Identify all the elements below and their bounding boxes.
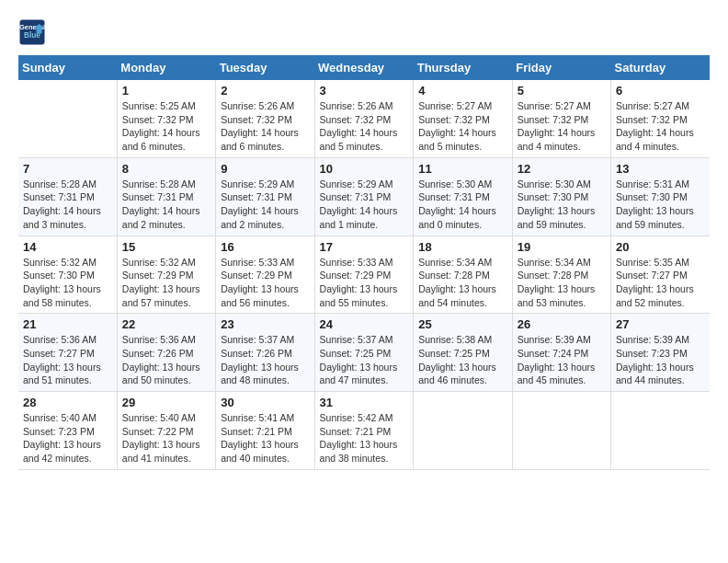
calendar-cell: 7Sunrise: 5:28 AMSunset: 7:31 PMDaylight…: [18, 157, 117, 236]
day-info: Sunrise: 5:30 AMSunset: 7:31 PMDaylight:…: [418, 178, 506, 232]
logo-icon: General Blue: [18, 18, 46, 46]
day-number: 30: [221, 396, 309, 409]
calendar-cell: 26Sunrise: 5:39 AMSunset: 7:24 PMDayligh…: [512, 314, 610, 392]
calendar-cell: 29Sunrise: 5:40 AMSunset: 7:22 PMDayligh…: [117, 392, 215, 470]
day-info: Sunrise: 5:39 AMSunset: 7:24 PMDaylight:…: [518, 333, 606, 387]
calendar-cell: 31Sunrise: 5:42 AMSunset: 7:21 PMDayligh…: [314, 392, 414, 470]
calendar-table: SundayMondayTuesdayWednesdayThursdayFrid…: [18, 55, 710, 470]
day-info: Sunrise: 5:37 AMSunset: 7:26 PMDaylight:…: [221, 333, 309, 387]
calendar-cell: 24Sunrise: 5:37 AMSunset: 7:25 PMDayligh…: [314, 314, 414, 392]
day-number: 26: [518, 317, 606, 331]
day-info: Sunrise: 5:40 AMSunset: 7:23 PMDaylight:…: [23, 411, 112, 465]
calendar-cell: 12Sunrise: 5:30 AMSunset: 7:30 PMDayligh…: [512, 157, 610, 236]
calendar-cell: 17Sunrise: 5:33 AMSunset: 7:29 PMDayligh…: [314, 236, 414, 314]
day-number: 5: [518, 84, 606, 98]
day-info: Sunrise: 5:40 AMSunset: 7:22 PMDaylight:…: [122, 411, 210, 465]
week-row-5: 28Sunrise: 5:40 AMSunset: 7:23 PMDayligh…: [18, 392, 710, 470]
calendar-cell: 13Sunrise: 5:31 AMSunset: 7:30 PMDayligh…: [611, 157, 711, 236]
day-info: Sunrise: 5:29 AMSunset: 7:31 PMDaylight:…: [320, 178, 409, 232]
day-info: Sunrise: 5:27 AMSunset: 7:32 PMDaylight:…: [518, 99, 606, 154]
calendar-cell: 16Sunrise: 5:33 AMSunset: 7:29 PMDayligh…: [216, 236, 314, 314]
column-header-friday: Friday: [512, 55, 610, 80]
day-number: 4: [418, 84, 506, 98]
calendar-cell: 21Sunrise: 5:36 AMSunset: 7:27 PMDayligh…: [18, 314, 117, 392]
calendar-cell: 3Sunrise: 5:26 AMSunset: 7:32 PMDaylight…: [314, 80, 414, 157]
day-number: 28: [23, 396, 112, 409]
day-number: 29: [122, 396, 210, 409]
column-header-monday: Monday: [117, 55, 215, 80]
day-info: Sunrise: 5:28 AMSunset: 7:31 PMDaylight:…: [122, 178, 210, 232]
day-info: Sunrise: 5:31 AMSunset: 7:30 PMDaylight:…: [616, 178, 705, 232]
day-number: 24: [320, 317, 409, 331]
day-number: 8: [122, 162, 210, 176]
logo: General Blue: [18, 18, 50, 46]
calendar-cell: 19Sunrise: 5:34 AMSunset: 7:28 PMDayligh…: [512, 236, 610, 314]
day-number: 7: [23, 162, 112, 176]
day-number: 16: [221, 240, 309, 254]
calendar-cell: [611, 392, 711, 470]
calendar-cell: 15Sunrise: 5:32 AMSunset: 7:29 PMDayligh…: [117, 236, 215, 314]
day-info: Sunrise: 5:42 AMSunset: 7:21 PMDaylight:…: [320, 411, 409, 465]
day-number: 17: [320, 240, 409, 254]
day-info: Sunrise: 5:36 AMSunset: 7:26 PMDaylight:…: [122, 333, 210, 387]
calendar-cell: 9Sunrise: 5:29 AMSunset: 7:31 PMDaylight…: [216, 157, 314, 236]
column-header-thursday: Thursday: [414, 55, 512, 80]
day-info: Sunrise: 5:32 AMSunset: 7:30 PMDaylight:…: [23, 256, 112, 310]
calendar-cell: 30Sunrise: 5:41 AMSunset: 7:21 PMDayligh…: [216, 392, 314, 470]
day-info: Sunrise: 5:27 AMSunset: 7:32 PMDaylight:…: [616, 99, 705, 154]
day-number: 6: [616, 84, 705, 98]
column-header-sunday: Sunday: [18, 55, 117, 80]
day-info: Sunrise: 5:34 AMSunset: 7:28 PMDaylight:…: [418, 256, 506, 310]
calendar-cell: 10Sunrise: 5:29 AMSunset: 7:31 PMDayligh…: [314, 157, 414, 236]
calendar-cell: 8Sunrise: 5:28 AMSunset: 7:31 PMDaylight…: [117, 157, 215, 236]
day-info: Sunrise: 5:27 AMSunset: 7:32 PMDaylight:…: [418, 99, 506, 154]
day-info: Sunrise: 5:41 AMSunset: 7:21 PMDaylight:…: [221, 411, 309, 465]
day-number: 11: [418, 162, 506, 176]
day-number: 22: [122, 317, 210, 331]
day-info: Sunrise: 5:38 AMSunset: 7:25 PMDaylight:…: [418, 333, 506, 387]
day-number: 27: [616, 317, 705, 331]
calendar-cell: 2Sunrise: 5:26 AMSunset: 7:32 PMDaylight…: [216, 80, 314, 157]
day-info: Sunrise: 5:25 AMSunset: 7:32 PMDaylight:…: [122, 99, 210, 154]
day-number: 31: [320, 396, 409, 409]
day-number: 1: [122, 84, 210, 98]
calendar-cell: 6Sunrise: 5:27 AMSunset: 7:32 PMDaylight…: [611, 80, 711, 157]
day-info: Sunrise: 5:26 AMSunset: 7:32 PMDaylight:…: [320, 99, 409, 154]
week-row-2: 7Sunrise: 5:28 AMSunset: 7:31 PMDaylight…: [18, 157, 710, 236]
day-info: Sunrise: 5:33 AMSunset: 7:29 PMDaylight:…: [221, 256, 309, 310]
day-number: 14: [23, 240, 112, 254]
calendar-cell: [512, 392, 610, 470]
day-number: 13: [616, 162, 705, 176]
week-row-4: 21Sunrise: 5:36 AMSunset: 7:27 PMDayligh…: [18, 314, 710, 392]
day-number: 20: [616, 240, 705, 254]
calendar-cell: [414, 392, 512, 470]
column-header-wednesday: Wednesday: [314, 55, 414, 80]
day-number: 19: [518, 240, 606, 254]
day-number: 18: [418, 240, 506, 254]
day-number: 2: [221, 84, 309, 98]
day-number: 3: [320, 84, 409, 98]
calendar-cell: 1Sunrise: 5:25 AMSunset: 7:32 PMDaylight…: [117, 80, 215, 157]
day-info: Sunrise: 5:26 AMSunset: 7:32 PMDaylight:…: [221, 99, 309, 154]
day-number: 23: [221, 317, 309, 331]
day-number: 15: [122, 240, 210, 254]
calendar-cell: 4Sunrise: 5:27 AMSunset: 7:32 PMDaylight…: [414, 80, 512, 157]
day-number: 12: [518, 162, 606, 176]
day-info: Sunrise: 5:30 AMSunset: 7:30 PMDaylight:…: [518, 178, 606, 232]
week-row-1: 1Sunrise: 5:25 AMSunset: 7:32 PMDaylight…: [18, 80, 710, 157]
calendar-header-row: SundayMondayTuesdayWednesdayThursdayFrid…: [18, 55, 710, 80]
calendar-cell: 22Sunrise: 5:36 AMSunset: 7:26 PMDayligh…: [117, 314, 215, 392]
column-header-tuesday: Tuesday: [216, 55, 314, 80]
day-info: Sunrise: 5:33 AMSunset: 7:29 PMDaylight:…: [320, 256, 409, 310]
calendar-cell: 5Sunrise: 5:27 AMSunset: 7:32 PMDaylight…: [512, 80, 610, 157]
day-number: 21: [23, 317, 112, 331]
calendar-cell: 27Sunrise: 5:39 AMSunset: 7:23 PMDayligh…: [611, 314, 711, 392]
calendar-cell: 23Sunrise: 5:37 AMSunset: 7:26 PMDayligh…: [216, 314, 314, 392]
page-header: General Blue: [18, 18, 710, 46]
day-info: Sunrise: 5:39 AMSunset: 7:23 PMDaylight:…: [616, 333, 705, 387]
day-number: 10: [320, 162, 409, 176]
day-info: Sunrise: 5:37 AMSunset: 7:25 PMDaylight:…: [320, 333, 409, 387]
calendar-cell: 28Sunrise: 5:40 AMSunset: 7:23 PMDayligh…: [18, 392, 117, 470]
day-info: Sunrise: 5:36 AMSunset: 7:27 PMDaylight:…: [23, 333, 112, 387]
day-number: 9: [221, 162, 309, 176]
